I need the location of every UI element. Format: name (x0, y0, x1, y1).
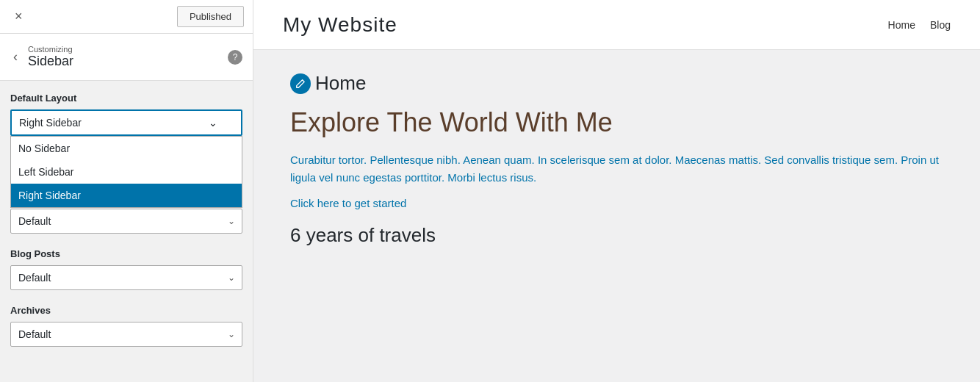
archives-dropdown-wrapper: Default ⌄ (10, 322, 242, 347)
site-content: Home Explore The World With Me Curabitur… (253, 50, 980, 382)
nav-blog[interactable]: Blog (930, 19, 951, 31)
top-bar: × Published (0, 0, 253, 34)
blog-posts-dropdown-wrapper: Default ⌄ (10, 265, 242, 290)
post-title: Explore The World With Me (290, 107, 943, 138)
blog-posts-label: Blog Posts (10, 248, 242, 259)
archives-dropdown[interactable]: Default (10, 322, 242, 347)
default-layout-dropdown-container: Right Sidebar ⌄ No Sidebar Left Sidebar … (10, 109, 242, 136)
default-layout-label: Default Layout (10, 93, 242, 104)
published-button[interactable]: Published (177, 6, 244, 27)
archives-label: Archives (10, 305, 242, 316)
site-header: My Website Home Blog (253, 0, 980, 50)
travels-heading: 6 years of travels (290, 224, 943, 247)
option-left-sidebar[interactable]: Left Sidebar (11, 160, 242, 184)
close-button[interactable]: × (9, 6, 29, 27)
cta-link[interactable]: Click here to get started (290, 197, 943, 209)
post-body: Curabitur tortor. Pellentesque nibh. Aen… (290, 151, 943, 187)
edit-icon-circle (290, 73, 311, 94)
option-no-sidebar[interactable]: No Sidebar (11, 137, 242, 160)
page-heading-row: Home (290, 72, 943, 95)
breadcrumb-content: Customizing Sidebar (28, 45, 73, 69)
blog-posts-dropdown[interactable]: Default (10, 265, 242, 290)
left-panel: × Published ‹ Customizing Sidebar ? Defa… (0, 0, 253, 382)
default-layout-trigger[interactable]: Right Sidebar ⌄ (10, 109, 242, 136)
right-panel: My Website Home Blog Home Explore The Wo… (253, 0, 980, 382)
breadcrumb-bar: ‹ Customizing Sidebar ? (0, 34, 253, 81)
chevron-down-icon: ⌄ (209, 117, 217, 129)
pages-dropdown[interactable]: Default (10, 209, 242, 234)
help-icon[interactable]: ? (228, 50, 242, 65)
site-title: My Website (283, 13, 397, 37)
customizing-label: Customizing (28, 45, 73, 54)
pencil-icon (295, 79, 306, 89)
nav-home[interactable]: Home (888, 19, 915, 31)
default-layout-value: Right Sidebar (19, 117, 82, 129)
option-right-sidebar[interactable]: Right Sidebar (11, 184, 242, 207)
section-title: Sidebar (28, 54, 73, 69)
panel-body: Default Layout Right Sidebar ⌄ No Sideba… (0, 81, 253, 382)
back-button[interactable]: ‹ (10, 46, 21, 68)
pages-dropdown-wrapper: Default ⌄ (10, 209, 242, 234)
default-layout-dropdown-list: No Sidebar Left Sidebar Right Sidebar (10, 136, 242, 208)
page-heading: Home (315, 72, 366, 95)
site-nav: Home Blog (888, 19, 951, 31)
